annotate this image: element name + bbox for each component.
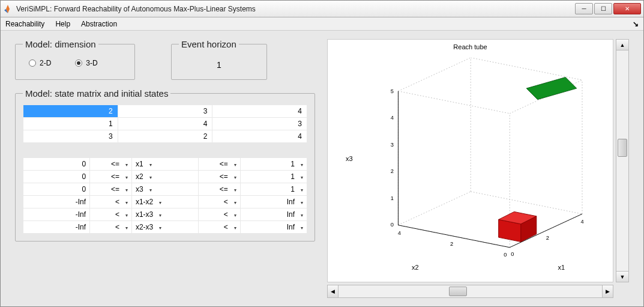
menubar: Reachability Help Abstraction ↘ [1,17,643,31]
constraint-hi-op[interactable]: <= [199,158,241,171]
event-horizon-legend: Event horizon [179,39,239,49]
matrix-cell[interactable]: 3 [23,130,118,143]
menu-reachability[interactable]: Reachability [5,20,44,28]
model-dimension-legend: Model: dimension [23,39,98,49]
svg-text:2: 2 [450,241,453,247]
constraint-hi[interactable]: Inf [240,221,307,234]
axes-3d: 0 1 2 3 4 5 0 2 4 [352,58,601,270]
radio-2d[interactable]: 2-D [29,59,51,67]
scroll-right-icon[interactable]: ▶ [602,285,613,297]
plot-title: Reach tube [453,43,487,50]
svg-line-13 [398,225,510,248]
constraints-table[interactable]: 0<=x1<=10<=x2<=10<=x3<=1-Inf<x1-x2<Inf-I… [23,157,307,234]
constraint-lo-op[interactable]: <= [90,158,132,171]
constraint-lo-op[interactable]: < [90,196,132,208]
constraint-var[interactable]: x2-x3 [131,221,198,234]
matrix-cell[interactable]: 2 [118,130,212,143]
event-horizon-group: Event horizon 1 [171,39,267,80]
state-matrix-table[interactable]: 2 3 4 1 4 3 3 2 4 [23,105,307,143]
titlebar[interactable]: VeriSiMPL: Forward Reachability of Auton… [1,1,643,17]
constraint-hi[interactable]: Inf [240,208,307,221]
vertical-scrollbar[interactable]: ▲ ▼ [616,39,629,282]
state-matrix-group: Model: state matrix and initial states 2… [15,88,315,242]
svg-line-3 [471,192,582,214]
constraint-var[interactable]: x1 [131,158,198,171]
constraint-hi-op[interactable]: < [199,221,241,234]
radio-2d-icon [29,59,36,67]
constraint-lo-op[interactable]: < [90,221,132,234]
svg-line-2 [398,192,471,225]
constraint-hi[interactable]: 1 [240,158,307,171]
constraint-var[interactable]: x2 [131,171,198,183]
matrix-cell[interactable]: 2 [23,105,118,118]
table-row: -Inf<x1-x3<Inf [23,208,307,221]
constraint-lo[interactable]: -Inf [23,208,90,221]
minimize-button[interactable]: ─ [575,3,593,14]
matrix-cell[interactable]: 4 [118,118,212,130]
y-axis-label: x2 [412,264,419,271]
svg-text:1: 1 [391,195,394,201]
svg-text:0: 0 [511,251,514,257]
table-row: 0<=x3<=1 [23,183,307,196]
radio-3d-label: 3-D [86,59,97,67]
matrix-cell[interactable]: 4 [212,105,307,118]
reach-tube-plot[interactable]: Reach tube [327,39,613,282]
app-window: VeriSiMPL: Forward Reachability of Auton… [0,0,644,307]
constraint-var[interactable]: x1-x2 [131,196,198,208]
svg-marker-30 [526,78,577,100]
z-axis-label: x3 [346,155,353,162]
constraint-lo[interactable]: -Inf [23,221,90,234]
constraint-hi[interactable]: Inf [240,196,307,208]
state-matrix-legend: Model: state matrix and initial states [23,88,170,99]
matlab-icon [3,4,13,14]
menu-help[interactable]: Help [55,20,70,28]
constraint-hi-op[interactable]: < [199,208,241,221]
x-axis-label: x1 [558,264,565,271]
constraint-hi[interactable]: 1 [240,171,307,183]
constraint-hi-op[interactable]: <= [199,183,241,196]
constraint-hi[interactable]: 1 [240,183,307,196]
content-area: Model: dimension 2-D 3-D Event horizon [1,31,643,306]
radio-2d-label: 2-D [40,59,51,67]
menu-abstraction[interactable]: Abstraction [81,20,117,28]
matrix-cell[interactable]: 1 [23,118,118,130]
vscroll-thumb[interactable] [618,139,627,157]
svg-text:0: 0 [391,222,394,228]
svg-text:5: 5 [391,88,394,94]
svg-text:2: 2 [546,235,549,241]
window-title: VeriSiMPL: Forward Reachability of Auton… [16,5,575,13]
horizontal-scrollbar[interactable]: ◀ ▶ [327,285,613,298]
constraint-lo[interactable]: 0 [23,158,90,171]
maximize-button[interactable]: ☐ [594,3,612,14]
constraint-lo[interactable]: 0 [23,171,90,183]
scroll-down-icon[interactable]: ▼ [616,271,628,282]
constraint-lo[interactable]: -Inf [23,196,90,208]
radio-3d-icon [75,59,82,67]
table-row: 3 2 4 [23,130,307,143]
dock-toggle-icon[interactable]: ↘ [633,20,639,28]
table-row: -Inf<x1-x2<Inf [23,196,307,208]
constraint-lo-op[interactable]: <= [90,171,132,183]
radio-3d[interactable]: 3-D [75,59,97,67]
constraint-lo-op[interactable]: <= [90,183,132,196]
constraint-var[interactable]: x1-x3 [131,208,198,221]
scroll-up-icon[interactable]: ▲ [616,40,628,50]
svg-text:4: 4 [398,230,401,236]
constraint-lo-op[interactable]: < [90,208,132,221]
svg-text:0: 0 [504,252,507,258]
scroll-left-icon[interactable]: ◀ [328,285,339,297]
matrix-cell[interactable]: 3 [118,105,212,118]
matrix-cell[interactable]: 4 [212,130,307,143]
close-button[interactable]: ✕ [613,3,641,14]
hscroll-thumb[interactable] [449,287,467,296]
constraint-hi-op[interactable]: <= [199,171,241,183]
constraint-hi-op[interactable]: < [199,196,241,208]
event-horizon-value[interactable]: 1 [179,55,259,72]
constraint-var[interactable]: x3 [131,183,198,196]
reach-set-patch [526,78,577,100]
constraint-lo[interactable]: 0 [23,183,90,196]
initial-set-cube [499,211,537,242]
table-row: 2 3 4 [23,105,307,118]
svg-text:3: 3 [391,142,394,148]
matrix-cell[interactable]: 3 [212,118,307,130]
